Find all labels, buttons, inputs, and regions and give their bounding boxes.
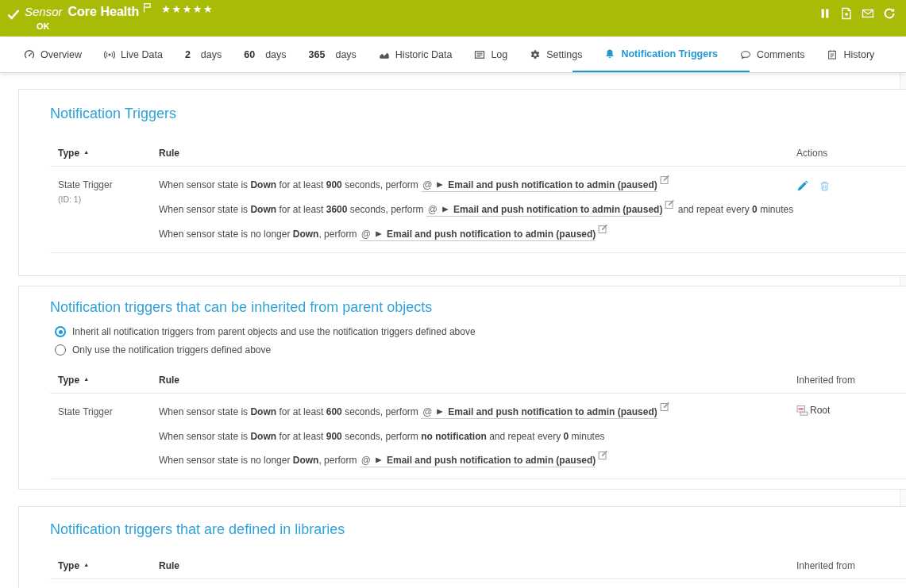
report-button[interactable] <box>840 7 853 20</box>
email-type-icon: @ <box>361 229 371 240</box>
email-type-icon: @ <box>422 406 432 417</box>
inherited-from-link[interactable]: Root <box>810 400 830 421</box>
tab-live-data[interactable]: Live Data <box>104 37 163 72</box>
notification-action-link[interactable]: @Email and push notification to admin (p… <box>426 204 663 217</box>
sort-asc-icon: ▲ <box>83 562 89 567</box>
column-header-inherited-from: Inherited from <box>796 375 906 386</box>
trigger-row: State Trigger When sensor state is Down … <box>50 394 906 479</box>
trigger-rule: When sensor state is Down for at least 6… <box>159 400 796 425</box>
tab-60-days[interactable]: 60days <box>244 37 286 72</box>
tab-number: 365 <box>309 49 326 60</box>
log-icon <box>474 49 485 60</box>
trigger-rule: When sensor state is no longer Down, per… <box>159 448 796 473</box>
column-header-type[interactable]: Type▲ <box>50 375 159 386</box>
status-badge: OK <box>37 21 50 31</box>
tab-2-days[interactable]: 2days <box>185 37 222 72</box>
tab-comments[interactable]: Comments <box>740 37 804 72</box>
object-type-label: Sensor <box>25 5 63 18</box>
priority-stars[interactable]: ★★★★★ <box>161 3 214 15</box>
bell-icon <box>604 48 615 60</box>
triggers-table: Type▲ Rule Actions State Trigger (ID: 1)… <box>50 144 906 253</box>
notification-action-link[interactable]: @Email and push notification to admin (p… <box>421 406 657 419</box>
email-type-icon: @ <box>422 179 432 190</box>
tab-label: days <box>335 49 356 60</box>
edit-notification-icon[interactable] <box>598 450 608 460</box>
trigger-type: State Trigger <box>58 400 159 424</box>
column-header-actions: Actions <box>796 148 906 159</box>
edit-notification-icon[interactable] <box>660 402 670 412</box>
column-header-type[interactable]: Type▲ <box>50 560 159 571</box>
trigger-rule: When sensor state is Down for at least 9… <box>159 425 796 448</box>
trigger-actions-cell <box>796 173 906 247</box>
column-header-inherited-from: Inherited from <box>796 560 906 571</box>
notification-name: Email and push notification to admin (pa… <box>453 204 662 215</box>
trigger-rule: When sensor state is Down for at least 3… <box>159 198 796 222</box>
inherit-option-1[interactable]: Inherit all notification triggers from p… <box>55 326 906 337</box>
flag-icon[interactable] <box>143 2 152 13</box>
library-triggers-table: Type▲ Rule Inherited from <box>50 557 906 579</box>
edit-trigger-button[interactable] <box>796 180 808 192</box>
table-header-row: Type▲ Rule Inherited from <box>50 557 906 579</box>
trigger-rule: When sensor state is Down for at least 9… <box>159 173 796 198</box>
email-type-icon: @ <box>361 455 371 466</box>
tab-label: Overview <box>40 49 82 60</box>
inherited-from-cell: Root <box>796 400 906 473</box>
column-header-type[interactable]: Type▲ <box>50 148 159 159</box>
tab-label: Historic Data <box>395 49 453 60</box>
tab-notification-triggers[interactable]: Notification Triggers <box>573 37 750 72</box>
tab-overview[interactable]: Overview <box>24 37 82 72</box>
gear-icon <box>530 49 541 60</box>
tab-number: 60 <box>244 49 255 60</box>
refresh-button[interactable] <box>883 7 896 20</box>
page-title: Core Health <box>68 5 140 19</box>
inherit-options: Inherit all notification triggers from p… <box>55 326 906 355</box>
tab-label: History <box>843 49 874 60</box>
sort-asc-icon: ▲ <box>83 376 89 382</box>
column-header-rule: Rule <box>159 148 796 159</box>
trigger-type: State Trigger <box>58 173 159 197</box>
section-library-triggers: Notification triggers that are defined i… <box>18 506 906 588</box>
notification-action-link[interactable]: @Email and push notification to admin (p… <box>360 229 596 241</box>
notification-name: Email and push notification to admin (pa… <box>448 179 657 190</box>
notification-action-link[interactable]: @Email and push notification to admin (p… <box>421 179 657 192</box>
email-type-icon: @ <box>428 204 438 215</box>
tab-label: days <box>201 49 222 60</box>
trigger-rule: When sensor state is no longer Down, per… <box>159 222 796 247</box>
notification-name: Email and push notification to admin (pa… <box>387 455 596 466</box>
radio-unselected-icon[interactable] <box>55 344 66 355</box>
delete-trigger-button[interactable] <box>819 180 831 192</box>
edit-notification-icon[interactable] <box>598 224 608 234</box>
tab-label: Log <box>491 49 507 60</box>
tab-history[interactable]: History <box>827 37 874 72</box>
section-title-notification-triggers: Notification Triggers <box>50 106 906 122</box>
section-inherited-triggers: Notification triggers that can be inheri… <box>18 286 906 490</box>
tab-log[interactable]: Log <box>474 37 507 72</box>
pause-button[interactable] <box>819 7 831 20</box>
email-button[interactable] <box>862 7 874 20</box>
section-title-library-triggers: Notification triggers that are defined i… <box>50 521 906 538</box>
edit-notification-icon[interactable] <box>665 199 675 209</box>
column-header-rule: Rule <box>159 375 796 386</box>
notes-icon <box>827 49 838 60</box>
trigger-row: State Trigger (ID: 1) When sensor state … <box>50 167 906 253</box>
column-type-label: Type <box>58 148 79 159</box>
notification-name: Email and push notification to admin (pa… <box>448 406 657 417</box>
tab-365-days[interactable]: 365days <box>309 37 357 72</box>
inherit-option-2[interactable]: Only use the notification triggers defin… <box>55 344 906 355</box>
section-notification-triggers: Notification Triggers Type▲ Rule Actions… <box>18 89 906 276</box>
sort-asc-icon: ▲ <box>83 149 89 155</box>
table-header-row: Type▲ Rule Actions <box>50 144 906 167</box>
trigger-type-cell: State Trigger <box>50 400 159 473</box>
tab-number: 2 <box>185 49 191 60</box>
tab-historic-data[interactable]: Historic Data <box>379 37 453 72</box>
header-toolbar <box>819 7 896 20</box>
sensor-header: Sensor Core Health ★★★★★ OK <box>0 0 906 37</box>
tab-label: Notification Triggers <box>621 48 718 60</box>
edit-notification-icon[interactable] <box>660 175 670 185</box>
section-title-inherited-triggers: Notification triggers that can be inheri… <box>50 299 906 316</box>
inherit-option-label: Inherit all notification triggers from p… <box>72 326 476 337</box>
trigger-type-cell: State Trigger (ID: 1) <box>50 173 159 247</box>
root-group-icon <box>796 405 808 416</box>
radio-selected-icon[interactable] <box>55 326 66 337</box>
notification-action-link[interactable]: @Email and push notification to admin (p… <box>360 455 596 467</box>
